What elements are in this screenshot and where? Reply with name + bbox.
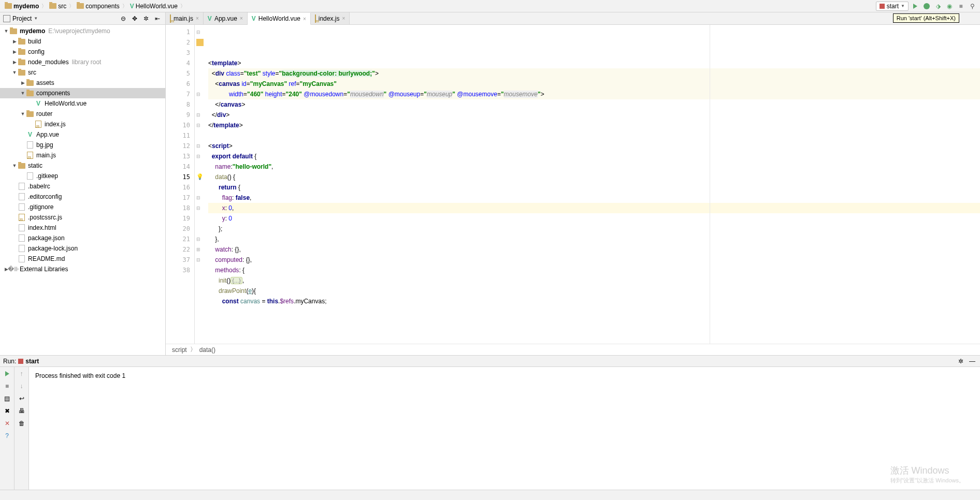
tree-item[interactable]: package-lock.json [0, 243, 165, 254]
code-line[interactable]: y: 0 [208, 213, 980, 224]
fold-handle[interactable]: ⊟ [195, 27, 202, 37]
down-button[interactable]: ↓ [17, 381, 26, 391]
breadcrumb-item[interactable]: VHelloWorld.vue [128, 3, 179, 10]
tree-item[interactable]: ▶�⊪External Libraries [0, 264, 165, 274]
expand-arrow-icon[interactable]: ▶ [11, 39, 18, 44]
line-number[interactable]: 38 [166, 265, 194, 275]
gear-icon[interactable]: ✲ [141, 14, 151, 23]
line-number[interactable]: 3 [166, 48, 194, 58]
code-line[interactable]: export default { [208, 151, 980, 161]
line-number[interactable]: 21 [166, 234, 194, 244]
tree-item[interactable]: ▶config [0, 47, 165, 57]
tree-item[interactable]: VHelloWorld.vue [0, 98, 165, 109]
expand-arrow-icon[interactable]: ▶ [11, 60, 18, 65]
editor-tab[interactable]: VApp.vue× [204, 12, 248, 24]
expand-arrow-icon[interactable]: ▼ [3, 28, 9, 34]
fold-handle[interactable]: ⊟ [195, 89, 202, 99]
tree-item[interactable]: .babelrc [0, 181, 165, 192]
clear-button[interactable]: 🗑 [17, 419, 26, 428]
expand-arrow-icon[interactable]: ▼ [20, 111, 26, 116]
fold-handle[interactable] [195, 58, 202, 68]
target-icon[interactable]: ✥ [130, 14, 139, 23]
wrap-button[interactable]: ↩ [17, 394, 26, 403]
close-icon[interactable]: × [342, 16, 345, 21]
code-line[interactable]: <script> [208, 141, 980, 151]
fold-handle[interactable] [195, 79, 202, 89]
line-number[interactable]: 16 [166, 182, 194, 193]
expand-arrow-icon[interactable]: ▶ [20, 80, 26, 85]
line-number[interactable]: 10 [166, 120, 194, 130]
code-line[interactable]: methods: { [208, 265, 980, 275]
code-line[interactable]: </canvas> [208, 99, 980, 110]
tree-item[interactable]: ▶node_moduleslibrary root [0, 57, 165, 67]
hide-icon[interactable]: ⇤ [153, 14, 162, 23]
tree-item[interactable]: .gitignore [0, 202, 165, 212]
close-icon[interactable]: × [196, 16, 199, 21]
expand-arrow-icon[interactable]: ▼ [20, 91, 26, 96]
profile-button[interactable]: ◉ [945, 2, 954, 11]
line-number[interactable]: 9 [166, 110, 194, 120]
code-line[interactable]: width="460" height="240" @mousedown="mou… [208, 89, 980, 99]
tree-item[interactable]: README.md [0, 254, 165, 264]
code-line[interactable]: flag: false, [208, 193, 980, 203]
line-number[interactable]: 18 [166, 203, 194, 213]
tree-item[interactable]: ▼static [0, 160, 165, 171]
code-line[interactable]: watch: {}, [208, 244, 980, 255]
code-line[interactable]: </div> [208, 110, 980, 120]
editor-breadcrumb[interactable]: script 〉 data() [166, 344, 980, 355]
fold-handle[interactable] [195, 68, 202, 79]
fold-handle[interactable] [195, 224, 202, 234]
fold-handle[interactable]: ⊞ [195, 244, 202, 255]
expand-arrow-icon[interactable]: ▼ [11, 163, 18, 168]
line-number[interactable]: 8 [166, 99, 194, 110]
close-button[interactable]: ✕ [3, 419, 12, 428]
code-line[interactable]: drawPoint(e){ [208, 286, 980, 296]
breadcrumb-item[interactable]: src [48, 3, 68, 10]
code-line[interactable]: name:"hello-world", [208, 161, 980, 172]
fold-handle[interactable] [195, 265, 202, 275]
code-line[interactable]: const canvas = this.$refs.myCanvas; [208, 296, 980, 306]
editor-tab[interactable]: index.js× [311, 12, 350, 24]
pin-button[interactable]: ✖ [3, 406, 12, 416]
fold-handle[interactable]: ⊟ [195, 141, 202, 151]
line-number[interactable]: 14 [166, 161, 194, 172]
fold-handle[interactable]: ⊟ [195, 193, 202, 203]
coverage-button[interactable]: ⬗ [933, 2, 943, 11]
line-number[interactable]: 12 [166, 141, 194, 151]
fold-handle[interactable] [195, 99, 202, 110]
code-line[interactable]: init(){...}, [208, 275, 980, 286]
gear-icon[interactable]: ✲ [956, 357, 965, 366]
line-number[interactable]: 11 [166, 130, 194, 141]
editor-tab[interactable]: VHelloWorld.vue× [248, 13, 311, 25]
breadcrumb-item[interactable]: components [75, 3, 121, 10]
run-button[interactable] [911, 2, 920, 11]
run-config-selector[interactable]: start ▼ [876, 2, 909, 11]
breadcrumb-item[interactable]: mydemo [3, 3, 40, 10]
debug-button[interactable] [922, 2, 931, 11]
rerun-button[interactable] [3, 369, 12, 378]
tree-item[interactable]: main.js [0, 150, 165, 160]
tree-item[interactable]: ▼mydemoE:\vueproject\mydemo [0, 26, 165, 36]
line-number[interactable]: 2 [166, 37, 194, 48]
line-number[interactable]: 4 [166, 58, 194, 68]
line-number[interactable]: 19 [166, 213, 194, 224]
fold-handle[interactable]: ⊟ [195, 234, 202, 244]
line-number[interactable]: 6 [166, 79, 194, 89]
code-line[interactable]: <template> [208, 58, 980, 68]
line-number[interactable]: 5 [166, 68, 194, 79]
code-line[interactable]: return { [208, 182, 980, 193]
line-number[interactable]: 13 [166, 151, 194, 161]
code-line[interactable]: x: 0, [208, 203, 980, 213]
expand-arrow-icon[interactable]: ▶ [11, 49, 18, 54]
tree-item[interactable]: index.html [0, 223, 165, 233]
editor-tab[interactable]: main.js× [166, 12, 204, 24]
line-number[interactable]: 22 [166, 244, 194, 255]
tree-item[interactable]: VApp.vue [0, 129, 165, 140]
code-line[interactable]: computed: {}, [208, 255, 980, 265]
editor-breadcrumb-item[interactable]: script [172, 346, 187, 354]
fold-handle[interactable] [195, 213, 202, 224]
fold-handle[interactable] [195, 182, 202, 193]
fold-handle[interactable] [195, 130, 202, 141]
tree-item[interactable]: ▼components [0, 88, 165, 98]
fold-handle[interactable]: ⊟ [195, 110, 202, 120]
